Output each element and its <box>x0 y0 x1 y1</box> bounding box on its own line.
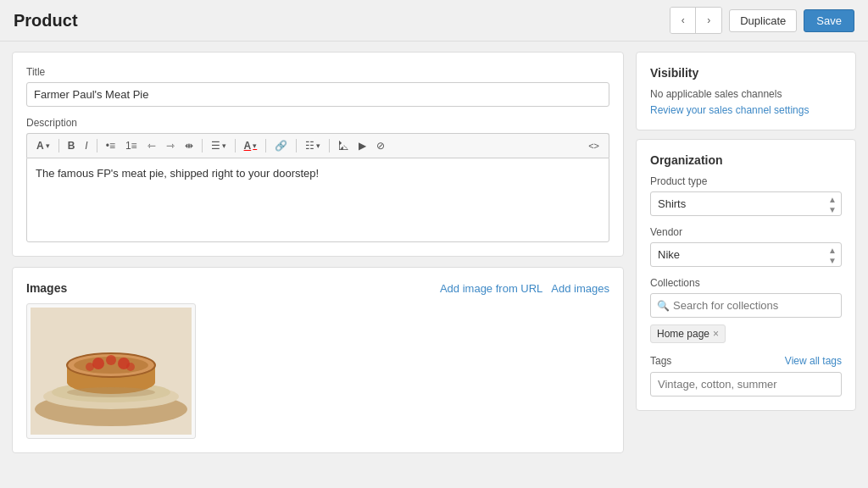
images-actions: Add image from URL Add images <box>440 282 609 295</box>
svg-point-11 <box>86 363 94 371</box>
images-card: Images Add image from URL Add images <box>12 267 624 453</box>
image-btn[interactable]: ⛡ <box>334 137 353 154</box>
vendor-select-wrap: Nike ▲▼ <box>650 242 842 267</box>
images-header: Images Add image from URL Add images <box>26 281 609 295</box>
collections-search-input[interactable] <box>650 293 842 318</box>
images-title: Images <box>26 281 67 295</box>
add-image-url-button[interactable]: Add image from URL <box>440 282 542 295</box>
link-btn[interactable]: 🔗 <box>270 137 292 154</box>
visibility-title: Visibility <box>650 66 842 80</box>
sep6 <box>296 139 297 152</box>
top-bar: Product ‹ › Duplicate Save <box>0 0 868 42</box>
sep5 <box>265 139 266 152</box>
add-images-button[interactable]: Add images <box>551 282 609 295</box>
list-unordered-btn[interactable]: •≡ <box>102 137 120 154</box>
top-actions: ‹ › Duplicate Save <box>670 7 854 34</box>
organization-title: Organization <box>650 153 842 167</box>
collections-tags: Home page × <box>650 324 842 343</box>
title-label: Title <box>26 66 609 78</box>
view-all-tags-link[interactable]: View all tags <box>785 355 842 367</box>
main-content: Title Description A ▾ B I •≡ 1≡ ⇽ ⇾ ⇼ ☰ … <box>0 42 868 488</box>
tags-header: Tags View all tags <box>650 355 842 367</box>
source-btn[interactable]: <> <box>584 138 604 153</box>
sep3 <box>202 139 203 152</box>
svg-point-8 <box>92 358 104 369</box>
svg-point-12 <box>126 363 135 371</box>
product-type-select-wrap: Shirts ▲▼ <box>650 191 842 216</box>
review-settings-link[interactable]: Review your sales channel settings <box>650 104 809 116</box>
sep7 <box>329 139 330 152</box>
title-input[interactable] <box>26 82 609 107</box>
no-channels-text: No applicable sales channels <box>650 88 842 100</box>
product-image-thumb[interactable] <box>26 303 196 439</box>
indent-increase-btn[interactable]: ⇾ <box>162 137 179 154</box>
collections-search-wrap: 🔍 <box>650 293 842 318</box>
svg-point-9 <box>106 355 116 365</box>
search-icon: 🔍 <box>657 300 670 312</box>
next-button[interactable]: › <box>696 8 721 33</box>
editor-toolbar: A ▾ B I •≡ 1≡ ⇽ ⇾ ⇼ ☰ ▾ A ▾ 🔗 ☷ ▾ ⛡ <box>26 133 609 158</box>
sep4 <box>235 139 236 152</box>
description-label: Description <box>26 117 609 129</box>
font-color-btn[interactable]: A ▾ <box>240 137 262 154</box>
description-editor[interactable]: The famous FP's meat pie, shipped right … <box>26 158 609 242</box>
product-info-card: Title Description A ▾ B I •≡ 1≡ ⇽ ⇾ ⇼ ☰ … <box>12 52 624 257</box>
right-column: Visibility No applicable sales channels … <box>636 52 856 479</box>
left-column: Title Description A ▾ B I •≡ 1≡ ⇽ ⇾ ⇼ ☰ … <box>12 52 624 479</box>
prev-button[interactable]: ‹ <box>670 8 696 33</box>
sep2 <box>97 139 97 152</box>
align-btn[interactable]: ☰ ▾ <box>207 137 231 154</box>
visibility-card: Visibility No applicable sales channels … <box>636 52 856 130</box>
save-button[interactable]: Save <box>804 9 854 32</box>
vendor-label: Vendor <box>650 226 842 238</box>
collections-label: Collections <box>650 277 842 289</box>
bold-btn[interactable]: B <box>64 137 80 154</box>
indent-decrease-btn[interactable]: ⇽ <box>143 137 160 154</box>
page-title: Product <box>14 11 78 30</box>
tags-label: Tags <box>650 355 671 367</box>
indent2-btn[interactable]: ⇼ <box>181 137 198 154</box>
product-type-label: Product type <box>650 175 842 187</box>
vendor-select[interactable]: Nike <box>650 242 842 267</box>
sep1 <box>58 139 59 152</box>
video-btn[interactable]: ▶ <box>354 137 370 154</box>
font-style-btn[interactable]: A ▾ <box>32 137 54 154</box>
collection-tag-homepage: Home page × <box>650 324 726 343</box>
duplicate-button[interactable]: Duplicate <box>729 9 797 32</box>
table-btn[interactable]: ☷ ▾ <box>301 137 325 154</box>
clear-btn[interactable]: ⊘ <box>372 137 389 154</box>
product-type-select[interactable]: Shirts <box>650 191 842 216</box>
list-ordered-btn[interactable]: 1≡ <box>121 137 142 154</box>
tags-input[interactable] <box>650 372 842 396</box>
svg-point-14 <box>67 387 155 397</box>
remove-collection-btn[interactable]: × <box>713 329 719 339</box>
organization-card: Organization Product type Shirts ▲▼ Vend… <box>636 139 856 411</box>
nav-group: ‹ › <box>670 7 722 34</box>
italic-btn[interactable]: I <box>81 137 92 154</box>
